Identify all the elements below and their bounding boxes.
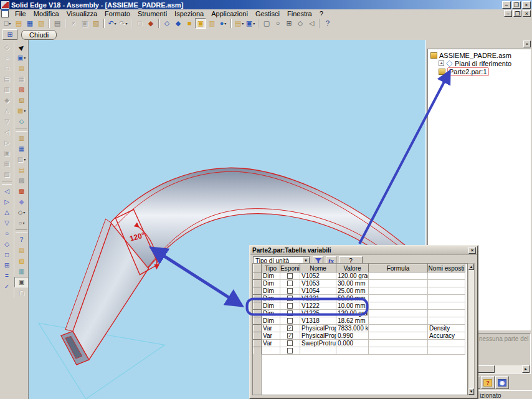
open-folder-icon[interactable]: ▤ xyxy=(13,18,24,29)
pan-icon[interactable]: ◇ xyxy=(295,18,306,29)
cell-valore[interactable]: 18.62 mm xyxy=(336,317,369,325)
cam-relation-icon[interactable]: ⊞ xyxy=(1,260,13,271)
variable-row-SweptProtrusion_1_[interactable]: VarSweptProtrusion_1_0.000 xyxy=(254,340,465,347)
insert-relation-icon[interactable]: ▽ xyxy=(1,218,13,228)
assemble-icon[interactable]: ▧ xyxy=(14,95,29,105)
minimize-icon[interactable]: − xyxy=(502,1,511,9)
cell-nome[interactable]: V1053 xyxy=(300,280,336,287)
checkbox-icon[interactable] xyxy=(287,288,293,294)
cell-nomi[interactable] xyxy=(428,347,465,355)
flashfit-icon[interactable]: ▨ xyxy=(14,84,29,95)
variable-row-V1221[interactable]: DimV122150.00 mm xyxy=(254,295,465,302)
drawing-view-icon[interactable]: ▥ xyxy=(14,266,29,277)
restore-icon[interactable]: ❐ xyxy=(512,1,521,9)
cell-nomi[interactable] xyxy=(428,317,465,325)
measure-icon[interactable]: ◇▾ xyxy=(14,207,29,218)
checkbox-icon[interactable] xyxy=(287,303,293,309)
cell-valore[interactable] xyxy=(336,347,369,355)
row-selector[interactable] xyxy=(254,280,262,287)
variable-row-V1318[interactable]: DimV131818.62 mm xyxy=(254,317,465,325)
save-as-icon[interactable]: ▧ xyxy=(36,18,47,29)
place-part-icon[interactable]: ▤ xyxy=(14,63,29,74)
cell-tipo[interactable]: Dim xyxy=(262,310,280,317)
row-selector[interactable] xyxy=(254,302,262,310)
variable-row-V1054[interactable]: DimV105425.00 mm xyxy=(254,287,465,295)
zoom-icon[interactable]: ○ xyxy=(272,18,283,29)
edgebar-close-icon[interactable]: × xyxy=(523,41,531,47)
cell-nome[interactable]: SweptProtrusion_1_ xyxy=(300,340,336,347)
cell-nome[interactable]: V1222 xyxy=(300,302,336,310)
cell-valore[interactable]: 0.000 xyxy=(336,340,369,347)
help-tool-icon[interactable]: ? xyxy=(14,234,29,245)
cell-nomi[interactable] xyxy=(428,280,465,287)
fit-icon[interactable]: ⊞ xyxy=(283,18,295,29)
cell-nome[interactable]: V1318 xyxy=(300,317,336,325)
update-links-icon[interactable]: ◆ xyxy=(145,18,156,29)
move-component-icon[interactable]: ▥ xyxy=(14,133,29,143)
checkbox-icon[interactable] xyxy=(287,318,293,324)
help-select-icon[interactable]: ? xyxy=(322,18,333,29)
row-selector[interactable] xyxy=(254,347,262,355)
match-coordinate-icon[interactable]: ✓ xyxy=(1,281,13,292)
cell-formula[interactable] xyxy=(369,280,428,287)
cell-tipo[interactable]: Dim xyxy=(262,302,280,310)
checkbox-icon[interactable] xyxy=(287,273,293,279)
cell-nomi[interactable] xyxy=(428,272,465,280)
cell-formula[interactable] xyxy=(369,317,428,325)
cell-formula[interactable] xyxy=(369,302,428,310)
minimize-icon[interactable]: − xyxy=(504,10,512,17)
cell-formula[interactable] xyxy=(369,340,428,347)
replace-part-icon[interactable]: ▦ xyxy=(14,143,29,154)
cell-tipo[interactable] xyxy=(262,347,280,355)
view-wireframe-icon[interactable]: ◇ xyxy=(161,18,173,29)
menu-[interactable]: ? xyxy=(316,10,327,17)
document-icon[interactable] xyxy=(1,9,9,17)
variable-row-V1225[interactable]: DimV1225120.00 gradi xyxy=(254,310,465,317)
checkbox-icon[interactable] xyxy=(287,348,293,353)
cell-nomi[interactable]: Density xyxy=(428,325,465,332)
tree-expander-icon[interactable]: + xyxy=(439,60,444,66)
checkbox-checked-icon[interactable]: ✓ xyxy=(287,325,293,331)
menu-formato[interactable]: Formato xyxy=(101,10,134,17)
cell-formula[interactable] xyxy=(369,325,428,332)
menu-file[interactable]: File xyxy=(11,10,30,17)
cell-valore[interactable]: 7833.000 kg/m³ xyxy=(336,325,369,332)
cell-valore[interactable]: 120.00 gradi xyxy=(336,310,369,317)
row-selector[interactable] xyxy=(254,325,262,332)
variable-row-PhysicalProperties_[interactable]: Var✓PhysicalProperties_7833.000 kg/m³Den… xyxy=(254,325,465,332)
table-vertical-scrollbar[interactable]: ▲ ▼ xyxy=(468,263,475,395)
scroll-down-icon[interactable]: ▼ xyxy=(468,388,474,395)
new-document-icon[interactable]: □▾ xyxy=(2,18,13,29)
exploded-view-icon[interactable]: ▧ xyxy=(14,256,29,266)
cell-valore[interactable]: 120.00 gradi xyxy=(336,272,369,280)
view-visible-edges-icon[interactable]: ▥ xyxy=(206,18,217,29)
col-formula[interactable]: Formula xyxy=(369,264,428,272)
cell-nomi[interactable] xyxy=(428,302,465,310)
cell-valore[interactable]: 0.990 xyxy=(336,332,369,340)
cell-nome[interactable]: V1225 xyxy=(300,310,336,317)
previous-view-icon[interactable]: ◁ xyxy=(306,18,317,29)
save-icon[interactable]: ▦ xyxy=(24,18,36,29)
menu-finestra[interactable]: Finestra xyxy=(283,10,316,17)
row-selector[interactable] xyxy=(254,332,262,340)
tree-item-assieme-padre-asm[interactable]: ASSIEME_PADRE.asm xyxy=(428,51,530,59)
cell-formula[interactable] xyxy=(369,295,428,302)
tree-item-parte2-par-1[interactable]: Parte2.par:1 xyxy=(428,67,530,75)
print-icon[interactable]: ▤ xyxy=(52,18,63,29)
pathfinder-toggle-icon[interactable]: ⊞ xyxy=(2,29,17,40)
col-nome[interactable]: Nome xyxy=(300,264,336,272)
menu-visualizza[interactable]: Visualizza xyxy=(63,10,101,17)
col-tipo[interactable]: Tipo xyxy=(262,264,280,272)
variable-row-V1053[interactable]: DimV105330.00 mm xyxy=(254,280,465,287)
angle-relation-icon[interactable]: ◇ xyxy=(1,239,13,249)
component-pattern-icon[interactable]: ▤ xyxy=(14,165,29,175)
scroll-up-icon[interactable]: ▲ xyxy=(468,264,474,270)
cell-nome[interactable]: V1221 xyxy=(300,295,336,302)
checkbox-icon[interactable] xyxy=(287,281,293,286)
close-icon[interactable]: × xyxy=(522,1,531,9)
view-hidden-edges-icon[interactable]: ◆ xyxy=(173,18,184,29)
dialog-title-bar[interactable]: Parte2.par:Tabella variabili × xyxy=(250,246,477,255)
sketch-3d-icon[interactable]: ◆ xyxy=(14,196,29,207)
cell-tipo[interactable]: Dim xyxy=(262,317,280,325)
tree-item-piani-di-riferimento[interactable]: +Piani di riferimento xyxy=(428,59,530,67)
